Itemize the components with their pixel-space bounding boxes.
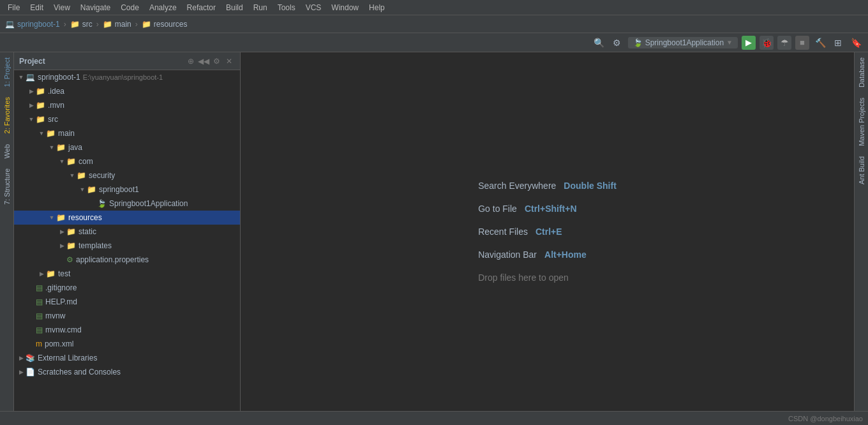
- menu-run[interactable]: Run: [248, 2, 273, 13]
- bottom-bar: CSDN @dongbeihuxiao: [0, 411, 868, 425]
- mvnw-cmd-label: mvnw.cmd: [45, 325, 82, 334]
- search-everywhere-row: Search Everywhere Double Shift: [478, 181, 617, 191]
- panel-favorites[interactable]: 2: Favorites: [2, 92, 12, 138]
- path-resources-icon: 📁: [142, 20, 151, 29]
- tree-springboot1-folder[interactable]: ▼ 📁 springboot1: [14, 183, 240, 197]
- maven-projects-panel[interactable]: Maven Projects: [857, 93, 867, 151]
- path-src[interactable]: src: [82, 20, 93, 29]
- tree-pom-xml[interactable]: m pom.xml: [14, 337, 240, 351]
- menu-edit[interactable]: Edit: [25, 2, 49, 13]
- settings-icon[interactable]: ⚙: [610, 36, 624, 50]
- tree-root-project[interactable]: ▼ 💻 springboot-1 E:\yuanyuan\springboot-…: [14, 70, 240, 84]
- menu-file[interactable]: File: [3, 2, 25, 13]
- tree-security-folder[interactable]: ▼ 📁 security: [14, 168, 240, 183]
- path-bar: 💻 springboot-1 › 📁 src › 📁 main › 📁 reso…: [0, 15, 868, 33]
- tree-mvn-folder[interactable]: ▶ 📁 .mvn: [14, 98, 240, 112]
- src-label: src: [48, 115, 58, 124]
- build-icon[interactable]: 🔨: [813, 36, 827, 50]
- bookmark-icon[interactable]: 🔖: [849, 36, 863, 50]
- springboot1-folder-icon: 📁: [87, 185, 96, 194]
- properties-icon: ⚙: [66, 255, 73, 264]
- drop-files-label: Drop files here to open: [478, 272, 569, 283]
- sidebar-settings-icon[interactable]: ⚙: [211, 56, 222, 67]
- tree-static-folder[interactable]: ▶ 📁 static: [14, 225, 240, 239]
- right-panel-strip: Database Maven Projects Ant Build: [854, 52, 868, 411]
- tree-gitignore[interactable]: ▤ .gitignore: [14, 281, 240, 295]
- sidebar-close-icon[interactable]: ✕: [223, 56, 235, 67]
- ant-build-panel[interactable]: Ant Build: [857, 151, 867, 190]
- run-config-icon: 🍃: [633, 38, 643, 47]
- run-bar: 🔍 ⚙ 🍃 Springboot1Application ▼ ▶ 🐞 ☂ ■ 🔨…: [0, 33, 868, 52]
- menu-vcs[interactable]: VCS: [301, 2, 327, 13]
- debug-button[interactable]: 🐞: [760, 36, 774, 50]
- idea-label: .idea: [48, 87, 64, 96]
- navigation-bar-shortcut: Alt+Home: [544, 250, 587, 260]
- navigation-bar-row: Navigation Bar Alt+Home: [478, 250, 587, 260]
- search-everywhere-icon[interactable]: 🔍: [592, 36, 606, 50]
- project-path-label: E:\yuanyuan\springboot-1: [83, 73, 163, 81]
- tree-idea-folder[interactable]: ▶ 📁 .idea: [14, 84, 240, 98]
- mvnw-cmd-icon: ▤: [36, 325, 43, 334]
- sidebar-collapse-icon[interactable]: ◀◀: [198, 56, 209, 67]
- path-project-name[interactable]: springboot-1: [17, 20, 60, 29]
- tree-help-md[interactable]: ▤ HELP.md: [14, 295, 240, 309]
- database-panel[interactable]: Database: [857, 52, 867, 93]
- tree-test-folder[interactable]: ▶ 📁 test: [14, 267, 240, 281]
- tree-external-libraries[interactable]: ▶ 📚 External Libraries: [14, 351, 240, 365]
- path-project-icon: 💻: [5, 20, 15, 29]
- menu-view[interactable]: View: [49, 2, 75, 13]
- path-resources[interactable]: resources: [154, 20, 188, 29]
- tree-mvnw-cmd[interactable]: ▤ mvnw.cmd: [14, 323, 240, 337]
- coverage-button[interactable]: ☂: [777, 36, 791, 50]
- panel-project[interactable]: 1: Project: [2, 52, 12, 92]
- panel-structure[interactable]: 7: Structure: [2, 163, 12, 210]
- left-panel-strip: 1: Project 2: Favorites Web 7: Structure: [0, 52, 14, 411]
- recent-files-label: Recent Files: [478, 227, 528, 237]
- templates-folder-icon: 📁: [66, 241, 76, 250]
- sidebar-locate-icon[interactable]: ⊕: [185, 56, 197, 67]
- panel-web[interactable]: Web: [2, 139, 12, 163]
- search-everywhere-shortcut: Double Shift: [564, 181, 616, 191]
- project-name-label: springboot-1: [38, 73, 80, 82]
- stop-button[interactable]: ■: [795, 36, 809, 50]
- go-to-file-row: Go to File Ctrl+Shift+N: [478, 204, 576, 214]
- pom-xml-label: pom.xml: [45, 339, 73, 348]
- path-main[interactable]: main: [115, 20, 131, 29]
- run-config-selector[interactable]: 🍃 Springboot1Application ▼: [628, 37, 738, 48]
- mvnw-icon: ▤: [36, 311, 43, 320]
- templates-label: templates: [79, 241, 112, 250]
- tree-springboot1application[interactable]: 🍃 Springboot1Application: [14, 197, 240, 211]
- menu-code[interactable]: Code: [116, 2, 144, 13]
- menu-refactor[interactable]: Refactor: [182, 2, 221, 13]
- menu-tools[interactable]: Tools: [273, 2, 301, 13]
- menu-help[interactable]: Help: [364, 2, 390, 13]
- springboot1application-label: Springboot1Application: [109, 199, 188, 208]
- tree-src-folder[interactable]: ▼ 📁 src: [14, 112, 240, 126]
- help-md-label: HELP.md: [45, 297, 77, 306]
- tree-resources-folder[interactable]: ▼ 📁 resources: [14, 211, 240, 225]
- menu-build[interactable]: Build: [221, 2, 248, 13]
- tree-scratches-consoles[interactable]: ▶ 📄 Scratches and Consoles: [14, 365, 240, 379]
- resources-folder-icon: 📁: [56, 213, 66, 222]
- com-folder-icon: 📁: [66, 157, 76, 166]
- tree-application-properties[interactable]: ⚙ application.properties: [14, 253, 240, 267]
- drop-files-row: Drop files here to open: [478, 272, 569, 283]
- idea-folder-icon: 📁: [36, 87, 45, 96]
- mvnw-label: mvnw: [45, 311, 65, 320]
- scratches-consoles-icon: 📄: [26, 368, 35, 377]
- tree-main-folder[interactable]: ▼ 📁 main: [14, 126, 240, 140]
- tree-com-folder[interactable]: ▼ 📁 com: [14, 154, 240, 168]
- navigation-bar-label: Navigation Bar: [478, 250, 537, 260]
- run-config-name: Springboot1Application: [645, 38, 724, 47]
- layout-icon[interactable]: ⊞: [831, 36, 845, 50]
- tree-templates-folder[interactable]: ▶ 📁 templates: [14, 239, 240, 253]
- run-button[interactable]: ▶: [742, 36, 756, 50]
- tree-mvnw[interactable]: ▤ mvnw: [14, 309, 240, 323]
- scratches-consoles-label: Scratches and Consoles: [38, 368, 121, 377]
- security-label: security: [89, 171, 115, 180]
- resources-label: resources: [68, 213, 102, 222]
- tree-java-folder[interactable]: ▼ 📁 java: [14, 140, 240, 154]
- menu-analyze[interactable]: Analyze: [144, 2, 182, 13]
- menu-window[interactable]: Window: [326, 2, 364, 13]
- menu-navigate[interactable]: Navigate: [75, 2, 116, 13]
